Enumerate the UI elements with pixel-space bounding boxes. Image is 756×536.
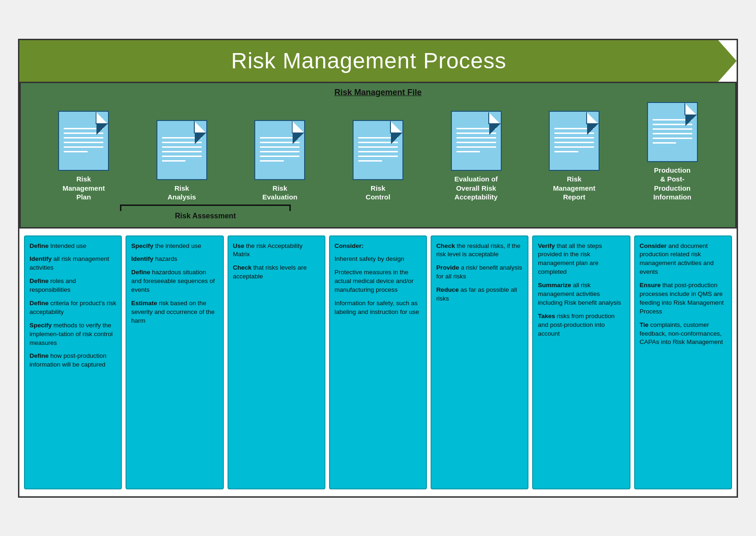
risk-assessment-label: Risk Assessment (175, 212, 236, 220)
content-col-col5: Check the residual risks, if the risk le… (431, 235, 528, 489)
doc-label-rc: Risk Control (366, 184, 390, 202)
col-item: Specify methods to verify the implemen-t… (30, 321, 116, 348)
col-item: Summarize all risk management activities… (538, 281, 624, 307)
doc-item-ra: Risk Analysis (139, 120, 224, 202)
col-item: Takes risks from production and post-pro… (538, 312, 624, 338)
content-col-col1: Define Intended useIdentify all risk man… (24, 235, 122, 489)
doc-item-rmr: Risk Management Report (532, 111, 617, 202)
content-col-col6: Verify that all the steps provided in th… (532, 235, 630, 489)
content-col-col7: Consider and document production related… (634, 235, 732, 489)
col-item: Estimate risk based on the severity and … (131, 299, 218, 325)
content-area: Define Intended useIdentify all risk man… (19, 229, 737, 496)
rmf-label: Risk Management File (30, 88, 726, 97)
consider-title: Consider: (335, 242, 421, 251)
col-item: Define how post-production information w… (30, 352, 116, 369)
col-item: Consider and document production related… (640, 242, 726, 277)
col-item: Verify that all the steps provided in th… (538, 242, 624, 277)
col-item: Ensure that post-production processes in… (640, 281, 726, 316)
title-banner: Risk Management Process (19, 40, 718, 82)
col-item: Check that risks levels are acceptable (233, 264, 320, 281)
doc-label-rmp: Risk Management Plan (62, 175, 105, 202)
content-col-col3: Use the risk Acceptability MatrixCheck t… (228, 235, 325, 489)
col-item: Check the residual risks, if the risk le… (436, 242, 523, 259)
col-item: Protective measures in the actual medica… (335, 268, 421, 295)
main-container: Risk Management Process Risk Management … (18, 39, 738, 498)
doc-icon-rmr (549, 111, 600, 171)
col-item: Information for safety, such as labeling… (335, 299, 421, 317)
col-item: Identify hazards (131, 255, 218, 264)
doc-item-re: Risk Evaluation (237, 120, 323, 202)
col-item: Tie complaints, customer feedback, non-c… (640, 321, 726, 347)
col-item: Define roles and responsibilities (30, 277, 116, 295)
col-item: Define criteria for product's risk accep… (30, 299, 116, 317)
doc-icon-pppi (647, 102, 698, 162)
col-item: Identify all risk management activities (30, 255, 116, 272)
doc-label-rmr: Risk Management Report (553, 175, 595, 202)
doc-label-eora: Evaluation of Overall Risk Acceptability (454, 175, 498, 202)
col-item: Use the risk Acceptability Matrix (233, 242, 320, 259)
documents-row: Risk Management PlanRisk AnalysisRisk Ev… (30, 102, 726, 202)
col-item: Provide a risk/ benefit analysis for all… (436, 264, 523, 281)
doc-icon-rmp (58, 111, 109, 171)
col-item: Reduce as far as possible all risks (436, 286, 523, 303)
doc-label-ra: Risk Analysis (168, 184, 196, 202)
col-item: Inherent safety by design (335, 255, 421, 264)
doc-item-rc: Risk Control (335, 120, 420, 202)
doc-item-rmp: Risk Management Plan (41, 111, 126, 202)
content-col-col2: Specify the intended useIdentify hazards… (126, 235, 223, 489)
doc-icon-eora (451, 111, 502, 171)
rmf-band: Risk Management File Risk Management Pla… (19, 82, 737, 229)
doc-item-eora: Evaluation of Overall Risk Acceptability (433, 111, 519, 202)
doc-icon-rc (353, 120, 403, 180)
doc-item-pppi: Production & Post- Production Informatio… (630, 102, 715, 202)
doc-icon-re (254, 120, 305, 180)
page-title: Risk Management Process (231, 48, 507, 73)
doc-label-re: Risk Evaluation (262, 184, 297, 202)
doc-icon-ra (156, 120, 207, 180)
content-col-col4: Consider:Inherent safety by designProtec… (329, 235, 427, 489)
col-item: Define Intended use (30, 242, 116, 251)
col-item: Define hazardous situation and foreseeab… (131, 268, 218, 295)
doc-label-pppi: Production & Post- Production Informatio… (653, 166, 691, 202)
col-item: Specify the intended use (131, 242, 218, 251)
